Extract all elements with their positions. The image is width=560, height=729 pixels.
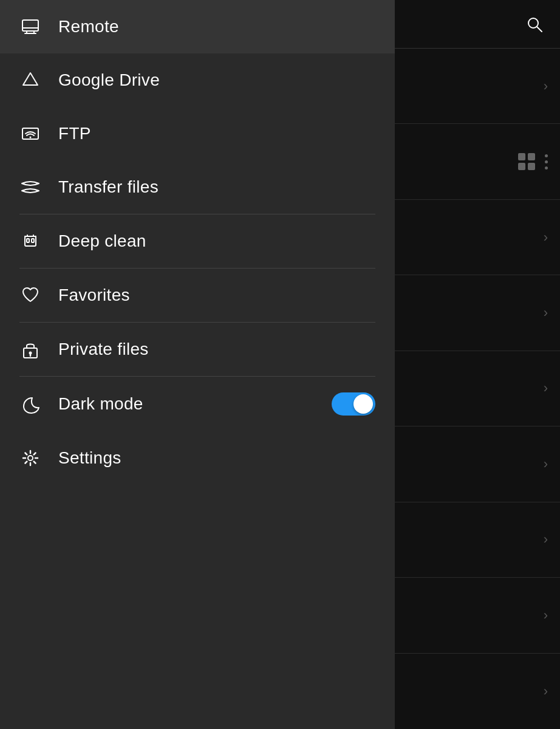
sidebar-item-dark-mode[interactable]: Dark mode — [0, 377, 395, 431]
more-dot-3 — [545, 166, 548, 169]
chevron-icon-1: › — [544, 78, 548, 94]
right-row-toolbar[interactable] — [395, 124, 560, 199]
toggle-knob — [353, 394, 373, 414]
sidebar-item-transfer-files[interactable]: Transfer files — [0, 160, 395, 214]
right-header — [395, 0, 560, 49]
sidebar-item-remote-label: Remote — [58, 17, 119, 36]
sidebar-item-transfer-files-label: Transfer files — [58, 177, 159, 197]
sidebar-item-deep-clean[interactable]: Deep clean — [0, 214, 395, 268]
grid-cell-1 — [518, 153, 525, 160]
right-row-9[interactable]: › — [395, 654, 560, 729]
right-row-7[interactable]: › — [395, 502, 560, 578]
sidebar-item-google-drive-label: Google Drive — [58, 70, 160, 90]
sidebar: Remote Google Drive FTP — [0, 0, 395, 729]
sidebar-item-remote[interactable]: Remote — [0, 0, 395, 53]
svg-marker-5 — [23, 73, 38, 85]
right-row-4[interactable]: › — [395, 275, 560, 351]
right-row-1[interactable]: › — [395, 49, 560, 124]
more-dot-2 — [545, 160, 548, 163]
svg-rect-0 — [22, 20, 38, 31]
right-panel: › › › › › — [395, 0, 560, 729]
svg-point-17 — [28, 456, 33, 460]
ftp-icon — [19, 123, 41, 145]
sidebar-item-google-drive[interactable]: Google Drive — [0, 53, 395, 107]
chevron-icon-8: › — [544, 608, 548, 623]
right-row-8[interactable]: › — [395, 578, 560, 653]
dark-mode-toggle[interactable] — [332, 392, 375, 416]
chevron-icon-5: › — [544, 380, 548, 396]
sidebar-item-deep-clean-label: Deep clean — [58, 231, 146, 251]
right-row-3[interactable]: › — [395, 200, 560, 275]
chevron-icon-6: › — [544, 456, 548, 472]
chevron-icon-9: › — [544, 683, 548, 699]
google-drive-icon — [19, 69, 41, 91]
right-row-6[interactable]: › — [395, 426, 560, 502]
search-button[interactable] — [521, 11, 548, 38]
more-options-icon[interactable] — [545, 154, 548, 169]
lock-icon — [19, 338, 41, 360]
svg-rect-10 — [32, 239, 34, 242]
grid-cell-3 — [518, 163, 525, 170]
transfer-icon — [19, 176, 41, 198]
sidebar-item-dark-mode-label: Dark mode — [58, 394, 143, 414]
heart-icon — [19, 284, 41, 306]
svg-line-19 — [537, 27, 542, 32]
grid-view-icon[interactable] — [518, 153, 535, 170]
svg-rect-9 — [27, 239, 29, 242]
sidebar-item-favorites[interactable]: Favorites — [0, 269, 395, 322]
chevron-icon-7: › — [544, 532, 548, 547]
grid-cell-2 — [528, 153, 535, 160]
monitor-icon — [19, 16, 41, 38]
chevron-icon-3: › — [544, 230, 548, 245]
chevron-icon-4: › — [544, 305, 548, 321]
grid-cell-4 — [528, 163, 535, 170]
sidebar-item-settings-label: Settings — [58, 448, 121, 468]
more-dot-1 — [545, 154, 548, 157]
sidebar-item-ftp-label: FTP — [58, 124, 91, 143]
sidebar-item-private-files[interactable]: Private files — [0, 323, 395, 376]
right-content: › › › › › — [395, 49, 560, 729]
sidebar-item-private-files-label: Private files — [58, 340, 149, 359]
settings-icon — [19, 447, 41, 469]
right-row-5[interactable]: › — [395, 351, 560, 426]
svg-point-7 — [30, 137, 32, 139]
sidebar-item-settings[interactable]: Settings — [0, 431, 395, 485]
sidebar-item-favorites-label: Favorites — [58, 286, 130, 305]
deep-clean-icon — [19, 230, 41, 252]
moon-icon — [19, 393, 41, 415]
sidebar-item-ftp[interactable]: FTP — [0, 107, 395, 160]
